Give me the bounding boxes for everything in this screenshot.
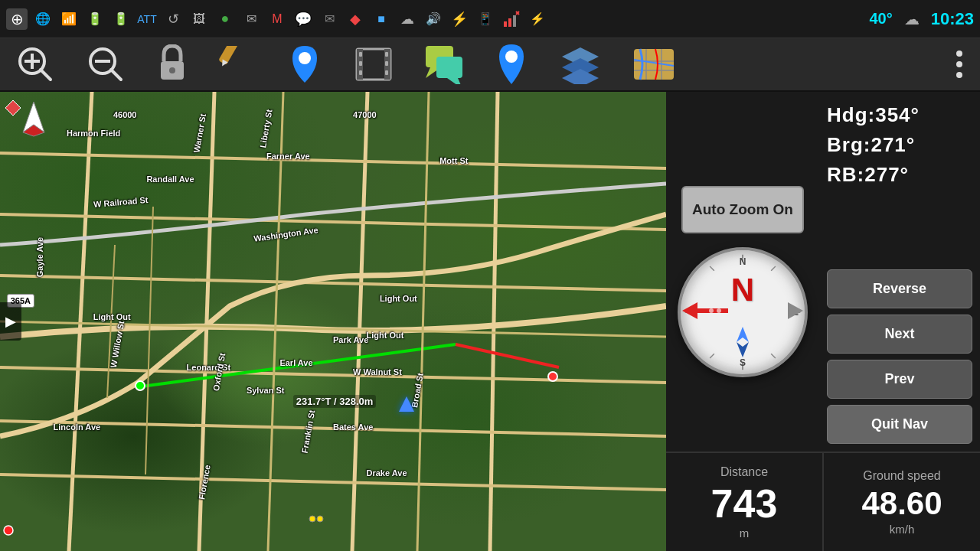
svg-line-47 [0,474,666,490]
svg-point-16 [299,52,311,64]
svg-point-30 [505,51,518,63]
status-bar: ⊕ 🌐 📶 🔋 🔋 ATT ↺ 🖼 ● ✉ M 💬 ✉ ◆ ■ ☁ 🔊 ⚡ 📱 … [0,0,980,38]
svg-line-48 [142,344,456,386]
svg-line-38 [69,92,92,551]
battery2-icon: 🔋 [110,8,132,30]
svg-line-8 [41,70,51,80]
svg-rect-0 [504,21,507,27]
svg-line-51 [417,92,429,551]
app-icon: ● [214,8,236,30]
toolbar [0,38,980,92]
svg-rect-21 [359,61,362,66]
expand-map-button[interactable]: ▶ [0,302,21,341]
svg-marker-73 [737,327,749,342]
nav-info-panel: Hdg:354° Brg:271° RB:277° [819,92,980,262]
lock-button[interactable] [156,44,188,84]
map-view[interactable]: 46000 47000 Harmon Field Randall Ave Was… [0,92,666,551]
compass-east-arrow [780,299,803,325]
sound-icon: 🔊 [423,8,444,30]
auto-zoom-button[interactable]: Auto Zoom On [681,186,804,233]
roads-overlay [0,92,666,551]
svg-point-71 [717,308,721,313]
prev-button[interactable]: Prev [827,360,972,399]
svg-rect-28 [436,57,462,78]
svg-rect-25 [385,70,388,75]
bluetooth-icon: ⚡ [449,8,470,30]
svg-line-11 [111,70,121,80]
svg-line-42 [0,153,666,168]
layers-button[interactable] [559,44,602,84]
filmstrip-button[interactable] [354,46,394,83]
phone-icon: 📱 [475,8,496,30]
time-display: 10:23 [931,9,974,29]
svg-rect-23 [385,52,388,57]
svg-marker-33 [562,69,599,84]
waypoint-end [547,371,558,382]
waypoint-button[interactable] [286,43,323,86]
ground-speed-stat: Ground speed 48.60 km/h [824,453,980,551]
svg-rect-1 [508,18,511,27]
compass-circle: N S E N [678,247,808,377]
zoom-in-button[interactable] [15,44,55,84]
main-content: 46000 47000 Harmon Field Randall Ave Was… [0,92,980,551]
waypoint-cluster [306,513,329,528]
next-button[interactable]: Next [827,315,972,354]
gmail-icon: M [266,8,288,30]
svg-rect-24 [385,61,388,66]
reverse-button[interactable]: Reverse [827,269,972,308]
svg-rect-14 [219,46,240,65]
wifi-icon: 📶 [58,8,80,30]
svg-point-60 [4,526,13,535]
svg-point-59 [317,516,323,522]
photo-icon: 🖼 [188,8,210,30]
svg-rect-22 [359,70,362,75]
svg-marker-72 [788,302,803,319]
svg-line-54 [145,207,153,474]
temperature: 40° [869,10,892,28]
svg-line-49 [456,344,559,367]
nav-buttons-panel: Reverse Next Prev Quit Nav [819,262,980,452]
status-right: 40° ☁ 10:23 [869,9,974,29]
network-icon: 🌐 [32,8,54,30]
position-marker [399,396,414,412]
svg-point-36 [956,61,962,67]
more-menu-button[interactable] [954,47,965,81]
svg-marker-74 [737,342,749,357]
signal-icon: ATT [136,8,158,30]
ground-speed-unit: km/h [890,523,915,536]
right-panel: Auto Zoom On [666,92,980,551]
map-button[interactable] [632,44,675,84]
cloud-icon: ☁ [397,8,418,30]
chat-button[interactable] [424,44,464,84]
pin-button[interactable] [495,43,528,86]
zoom-out-button[interactable] [86,44,126,84]
signal2-icon [501,8,522,30]
add-icon: ⊕ [6,8,28,30]
distance-value: 743 [711,484,778,523]
quit-nav-button[interactable]: Quit Nav [827,405,972,444]
brg-value: Brg:271° [827,133,972,157]
svg-line-45 [0,367,666,383]
svg-point-35 [956,51,962,57]
top-section: Auto Zoom On [666,92,980,452]
svg-rect-20 [359,52,362,57]
bottom-stats-panel: Distance 743 m Ground speed 48.60 km/h [666,452,980,551]
distance-stat: Distance 743 m [666,453,824,551]
hangouts-icon: 💬 [292,8,314,30]
compass-display: Auto Zoom On [666,92,819,452]
svg-point-37 [956,72,962,78]
compass-bearing-arrow [682,299,736,325]
distance-label-text: Distance [720,465,768,479]
battery1-icon: 🔋 [84,8,106,30]
red-dot-marker [3,525,14,539]
rb-value: RB:277° [827,163,972,187]
mail-icon: ✉ [318,8,340,30]
compass-n-label: N [740,256,746,267]
svg-line-43 [0,214,666,230]
nav-right-section: Hdg:354° Brg:271° RB:277° Reverse Next P… [819,92,980,452]
pencil-button[interactable] [219,46,256,83]
status-icons: ⊕ 🌐 📶 🔋 🔋 ATT ↺ 🖼 ● ✉ M 💬 ✉ ◆ ■ ☁ 🔊 ⚡ 📱 … [6,8,548,30]
svg-line-67 [771,354,776,358]
diamond-icon: ◆ [345,8,366,30]
refresh-icon: ↺ [162,8,184,30]
